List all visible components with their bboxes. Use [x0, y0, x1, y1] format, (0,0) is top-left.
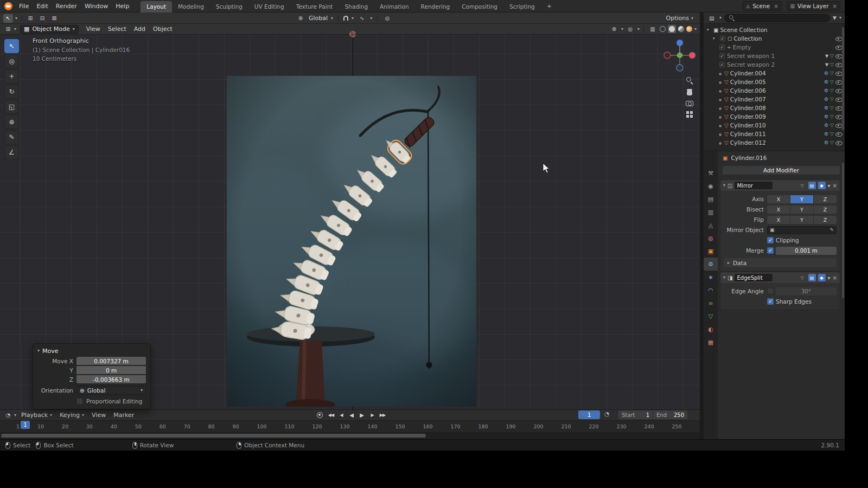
blender-logo-icon[interactable] — [4, 2, 12, 10]
modifier-wrench-icon[interactable]: ⚙ — [824, 79, 828, 85]
proportional-editing-checkbox[interactable] — [76, 398, 83, 404]
mesh-data-icon[interactable]: ▽ — [830, 53, 834, 59]
view-layer-selector[interactable]: ▥ View Layer × — [787, 1, 840, 11]
modifier-name-field[interactable]: EdgeSplit — [735, 274, 773, 281]
merge-threshold-field[interactable]: 0.001 m — [776, 247, 837, 255]
workspace-tab[interactable]: Scripting — [503, 1, 541, 12]
visibility-eye-icon[interactable] — [835, 44, 842, 50]
mesh-data-icon[interactable]: ▽ — [830, 114, 834, 119]
outliner-item[interactable]: ▾ ✓ ● ▣ ▢ + ▽ Cylinder.010 ▼ ⚙ ▽ — [704, 121, 845, 130]
visibility-eye-icon[interactable] — [835, 131, 842, 137]
show-gizmo-icon[interactable]: ⊕ — [609, 25, 619, 34]
modifier-extras-icon[interactable]: ▾ — [828, 183, 831, 189]
expand-icon[interactable]: ▾ — [713, 36, 718, 41]
modifier-wrench-icon[interactable]: ⚙ — [824, 105, 828, 111]
modifier-wrench-icon[interactable]: ⚙ — [824, 114, 828, 119]
tab-particles[interactable]: ∗ — [704, 271, 718, 284]
toggle-edit-mode-icon[interactable]: ▽ — [799, 274, 806, 281]
tool-setting-toggle-3[interactable]: ⊠ — [49, 14, 59, 23]
axis-toggle[interactable]: X — [767, 195, 790, 203]
chevron-down-icon[interactable]: ▾ — [14, 27, 16, 31]
visibility-eye-icon[interactable] — [835, 113, 842, 120]
workspace-tab[interactable]: Rendering — [415, 1, 456, 12]
edge-angle-field[interactable]: 30° — [776, 287, 837, 296]
snap-with-icon[interactable]: ∿ — [357, 14, 367, 23]
tool-rotate[interactable]: ↻ — [4, 85, 19, 99]
chevron-down-icon[interactable]: ▾ — [14, 413, 16, 418]
visibility-eye-icon[interactable] — [835, 96, 842, 102]
menu-item[interactable]: Render — [52, 3, 81, 10]
toggle-render-icon[interactable]: ◉ — [818, 182, 826, 189]
menu-item[interactable]: Edit — [33, 3, 52, 10]
chevron-down-icon[interactable]: ▾ — [719, 16, 722, 20]
outliner-item[interactable]: ▾ ✓ ● ▣ ▢ + ▽ Cylinder.005 ▼ ⚙ ▽ — [704, 78, 845, 86]
outliner-item[interactable]: ▾ ✓ ● ▣ ▢ + ▽ Collection ▼ ⚙ ▽ — [704, 34, 845, 43]
previous-keyframe-button[interactable]: ◀ — [336, 410, 346, 419]
end-frame-field[interactable]: End 250 — [653, 410, 687, 419]
bisect-toggle[interactable]: X — [767, 206, 790, 214]
active-tool-icon[interactable]: ↖ — [3, 14, 13, 23]
visibility-eye-icon[interactable] — [835, 53, 842, 59]
toggle-realtime-icon[interactable]: ▤ — [808, 182, 816, 189]
chevron-down-icon[interactable]: ▾ — [637, 27, 640, 31]
flip-toggle[interactable]: X — [767, 216, 790, 224]
tool-setting-toggle-2[interactable]: ⊟ — [37, 14, 47, 23]
tool-move[interactable]: + — [4, 69, 19, 84]
outliner-item[interactable]: ▾ ✓ ● ▣ ▢ + ▽ Cylinder.006 ▼ ⚙ ▽ — [704, 86, 845, 95]
tool-annotate[interactable]: ✎ — [4, 130, 19, 144]
tab-scene[interactable]: ◬ — [704, 219, 718, 232]
chevron-down-icon[interactable]: ▾ — [331, 16, 333, 21]
workspace-tab[interactable]: Layout — [141, 1, 172, 12]
axis-toggle[interactable]: Y — [790, 195, 813, 203]
outliner-item[interactable]: ▾ ✓ ● ▣ ▢ + ▽ Cylinder.004 ▼ ⚙ ▽ — [704, 69, 845, 78]
chevron-down-icon[interactable]: ▾ — [694, 27, 697, 31]
workspace-tab[interactable]: Sculpting — [210, 1, 248, 12]
data-subpanel-header[interactable]: ▸ Data — [724, 258, 837, 267]
editor-type-icon[interactable]: ◔ — [3, 411, 13, 420]
current-frame-field[interactable]: 1 — [578, 410, 600, 419]
tool-setting-toggle-1[interactable]: ⊞ — [25, 14, 35, 23]
move-value-field[interactable]: -0.003663 m — [76, 375, 146, 383]
timeline-scrollbar-thumb[interactable] — [1, 434, 426, 438]
viewport-menu-item[interactable]: Object — [149, 25, 176, 33]
sharp-edges-checkbox[interactable]: ✓ — [767, 298, 774, 305]
mirror-modifier-header[interactable]: ▾ ◫ Mirror ▽ ▤ ◉ ▾ × — [720, 180, 840, 191]
add-modifier-button[interactable]: Add Modifier — [722, 165, 840, 175]
merge-checkbox[interactable]: ✓ — [767, 247, 774, 254]
tab-object[interactable]: ▣ — [704, 245, 718, 258]
mesh-data-icon[interactable]: ▽ — [830, 140, 834, 145]
viewport-menu-item[interactable]: View — [82, 25, 104, 33]
clipping-checkbox[interactable]: ✓ — [767, 237, 774, 243]
mesh-data-icon[interactable]: ▽ — [830, 105, 834, 111]
shading-rendered-icon[interactable] — [686, 26, 692, 32]
playhead[interactable]: 1 — [21, 421, 30, 429]
expand-icon[interactable]: ▾ — [707, 28, 712, 32]
eyedropper-icon[interactable]: ✎ — [829, 227, 834, 233]
collection-checkbox[interactable]: ✓ — [719, 53, 725, 59]
workspace-tab[interactable]: Shading — [339, 1, 374, 12]
add-workspace-button[interactable]: + — [544, 3, 554, 10]
auto-keying-icon[interactable] — [317, 412, 323, 418]
workspace-tab[interactable]: Texture Paint — [290, 1, 339, 12]
timeline-menu[interactable]: Marker ▾ — [110, 412, 138, 419]
workspace-tab[interactable]: Animation — [374, 1, 415, 12]
modifier-wrench-icon[interactable]: ⚙ — [824, 140, 828, 145]
timeline-menu[interactable]: View ▾ — [88, 412, 110, 419]
outliner-item[interactable]: ▾ ✓ ● ▣ ▢ + ▽ Empty ▼ ⚙ ▽ — [704, 43, 845, 52]
scene-unlink-button[interactable]: × — [773, 3, 778, 9]
outliner-item[interactable]: ▾ ✓ ● ▣ ▢ + ▽ Secret weapon 1 ▼ ⚙ ▽ — [704, 52, 845, 60]
editor-divider[interactable] — [700, 12, 704, 439]
mesh-data-icon[interactable]: ▽ — [830, 123, 834, 128]
modifier-wrench-icon[interactable]: ⚙ — [824, 97, 828, 102]
mode-dropdown[interactable]: ▦ Object Mode ▾ — [20, 25, 79, 34]
flip-toggle[interactable]: Y — [790, 216, 813, 224]
gizmo-axis-z-pos[interactable] — [676, 40, 683, 46]
tab-material[interactable]: ◐ — [704, 323, 718, 336]
jump-to-end-button[interactable]: ▶▶ — [378, 410, 387, 419]
workspace-tab[interactable]: Modeling — [172, 1, 210, 12]
expand-icon[interactable]: ▾ — [723, 275, 725, 280]
modifier-name-field[interactable]: Mirror — [735, 182, 773, 189]
gizmo-axis-x-neg[interactable] — [664, 52, 671, 59]
tab-modifiers[interactable]: ⚙ — [704, 258, 718, 271]
chevron-down-icon[interactable]: ▾ — [621, 27, 623, 31]
